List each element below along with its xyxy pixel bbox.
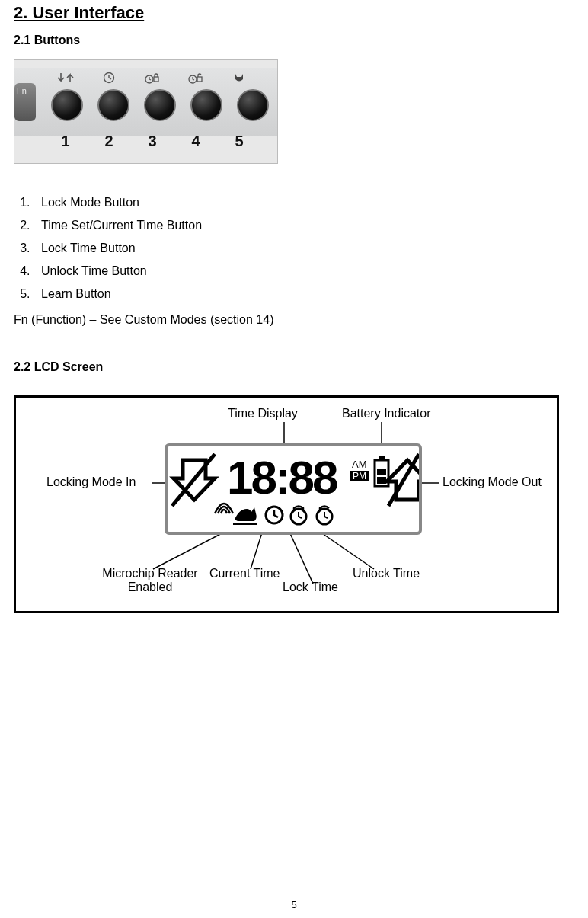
svg-rect-2 [154,77,158,82]
subsection-lcd: 2.2 LCD Screen [14,360,574,374]
arrow-down-icon [172,454,215,506]
list-item: Lock Mode Button [34,191,574,214]
button-number: 2 [94,133,123,150]
list-item: Time Set/Current Time Button [34,214,574,237]
clock-icon [94,71,123,85]
svg-line-12 [318,530,374,569]
label-current-time: Current Time [209,567,280,581]
button-number: 3 [138,133,167,150]
button-panel-photo: Fn 1 2 [14,59,278,164]
button-list: Lock Mode Button Time Set/Current Time B… [14,191,574,305]
button-number: 1 [51,133,80,150]
svg-rect-19 [377,469,386,475]
lock-time-icon [291,507,306,525]
svg-rect-17 [379,456,385,460]
seven-segment-display: 18:88 [227,451,337,504]
fn-note: Fn (Function) – See Custom Modes (sectio… [14,313,574,327]
microchip-reader-icon [215,504,257,524]
svg-rect-4 [197,77,202,82]
label-microchip: Microchip ReaderEnabled [89,567,211,594]
label-battery: Battery Indicator [342,407,431,421]
button-2 [97,89,129,121]
button-number: 5 [225,133,254,150]
button-3 [144,89,176,121]
svg-line-11 [289,530,313,584]
button-4 [190,89,222,121]
svg-text:18:88: 18:88 [227,451,337,504]
section-title: 2. User Interface [14,3,574,23]
lcd-screen: 18:88 AM PM [165,443,422,535]
list-item: Unlock Time Button [34,260,574,283]
label-lock-out: Locking Mode Out [443,475,542,489]
list-item: Learn Button [34,283,574,305]
list-item: Lock Time Button [34,237,574,260]
arrow-up-icon [387,454,419,506]
unlock-time-icon [317,507,332,525]
unlock-time-icon [181,71,210,85]
button-number: 4 [181,133,210,150]
svg-line-10 [251,530,263,569]
am-label: AM [352,459,367,470]
label-lock-in: Locking Mode In [46,475,136,489]
page-number: 5 [0,899,588,910]
label-lock-time: Lock Time [283,581,338,594]
button-5 [237,89,269,121]
lock-mode-icon [51,71,80,85]
svg-line-9 [153,529,229,569]
lcd-diagram: 18:88 AM PM [14,395,559,613]
pm-label: PM [353,471,366,481]
subsection-buttons: 2.1 Buttons [14,34,574,47]
cat-icon [225,71,254,85]
lock-time-icon [138,71,167,85]
button-1 [51,89,83,121]
current-time-icon [266,507,283,523]
label-time-display: Time Display [228,407,298,421]
fn-key: Fn [14,83,36,121]
label-unlock-time: Unlock Time [353,567,420,581]
